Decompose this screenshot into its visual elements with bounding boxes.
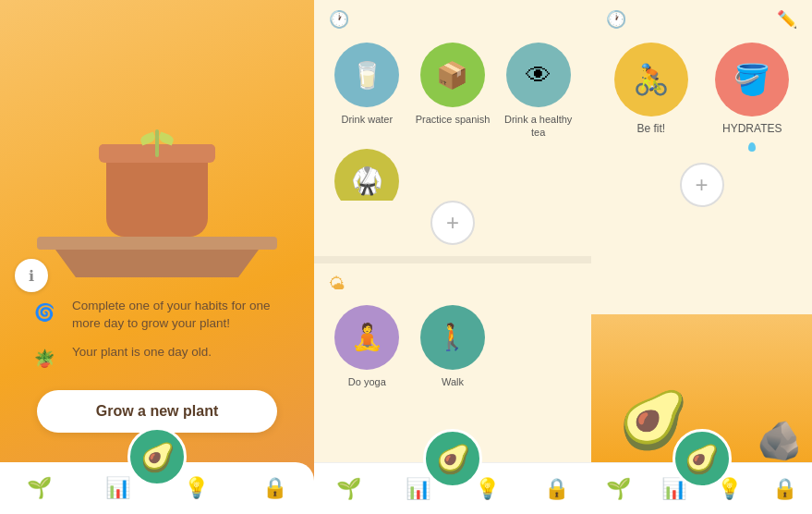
mid-avatar-bubble[interactable]: 🥑 <box>423 429 482 488</box>
walk-label: Walk <box>442 375 464 388</box>
practice-spanish-circle: 📦 <box>420 43 485 107</box>
right-habit-card-hydrates[interactable]: 🪣 HYDRATES <box>708 43 798 152</box>
yoga-circle: 🧘 <box>334 305 399 370</box>
right-habit-card-befit[interactable]: 🚴 Be fit! <box>606 43 697 152</box>
right-avatar-bubble[interactable]: 🥑 <box>673 429 732 488</box>
right-avocado-icon: 🥑 <box>685 443 719 475</box>
yoga-icon: 🧘 <box>351 322 383 352</box>
befit-circle: 🚴 <box>614 43 688 116</box>
mid-nav-idea[interactable]: 💡 <box>475 477 500 501</box>
practice-spanish-icon: 📦 <box>436 60 468 91</box>
right-clock-icon: 🕐 <box>606 9 626 30</box>
grow-plant-button[interactable]: Grow a new plant <box>37 390 277 433</box>
chart-nav-icon: 📊 <box>105 476 130 500</box>
info-text-2: Your plant is one day old. <box>72 342 212 361</box>
right-plant-icon: 🌱 <box>606 477 631 501</box>
habit-card-yoga[interactable]: 🧘 Do yoga <box>329 305 406 456</box>
nav-item-idea[interactable]: 💡 <box>184 476 209 500</box>
nav-item-lock[interactable]: 🔒 <box>262 476 287 500</box>
habit-card-practice-spanish[interactable]: 📦 Practice spanish <box>415 43 491 140</box>
avocado-icon: 🥑 <box>140 441 175 473</box>
right-nav-plant[interactable]: 🌱 <box>606 477 631 501</box>
bottom-nav-mid: 🌱 📊 🥑 💡 🔒 <box>314 462 591 514</box>
right-lock-icon: 🔒 <box>772 477 797 501</box>
pot-container <box>106 153 208 237</box>
info-button[interactable]: ℹ <box>15 259 48 292</box>
mid-nav-lock[interactable]: 🔒 <box>544 477 569 501</box>
mid-avocado-icon: 🥑 <box>436 443 470 475</box>
walk-icon: 🚶 <box>436 322 468 352</box>
nav-item-plant[interactable]: 🌱 <box>27 476 52 500</box>
rocks: 🪨 <box>757 419 803 462</box>
nav-item-chart[interactable]: 📊 <box>105 476 130 500</box>
hydrates-icon: 🪣 <box>733 62 770 97</box>
mid-plant-icon: 🌱 <box>336 477 361 501</box>
bottom-nav-left: 🌱 📊 🥑 💡 🔒 <box>0 462 314 514</box>
plant-scene <box>18 18 296 277</box>
info-row-2: 🪴 Your plant is one day old. <box>28 342 286 375</box>
habit-card-drink-water[interactable]: 🥛 Drink water <box>329 43 406 140</box>
pot <box>106 153 208 237</box>
plant-age-icon: 🪴 <box>28 342 61 375</box>
mid-lock-icon: 🔒 <box>544 477 569 501</box>
info-text-1: Complete one of your habits for one more… <box>72 296 286 333</box>
middle-panel: 🕐 🥛 Drink water 📦 Practice spanish 👁 Dri… <box>314 0 591 514</box>
mid-idea-icon: 💡 <box>475 477 500 501</box>
add-morning-habit-button[interactable]: + <box>430 201 475 245</box>
workout-icon: 🥋 <box>351 165 383 196</box>
sun-icon: 🌤 <box>329 275 345 294</box>
right-scene: 🥑 🪨 <box>591 211 812 462</box>
avatar-bubble[interactable]: 🥑 <box>127 427 187 486</box>
habit-card-drink-tea[interactable]: 👁 Drink a healthy tea <box>500 43 576 140</box>
habit-icon: 🌀 <box>28 296 61 329</box>
drink-water-circle: 🥛 <box>334 43 399 107</box>
edit-icon[interactable]: ✏️ <box>777 9 797 30</box>
mid-chart-icon: 📊 <box>406 477 430 501</box>
clock-icon: 🕐 <box>329 9 349 30</box>
right-habit-grid: 🚴 Be fit! 🪣 HYDRATES <box>591 35 812 159</box>
mid-nav-chart[interactable]: 📊 <box>406 477 430 501</box>
shelf <box>37 237 277 250</box>
morning-header: 🕐 <box>314 0 591 35</box>
walk-circle: 🚶 <box>420 305 485 370</box>
hydrates-circle: 🪣 <box>715 43 789 116</box>
drink-water-icon: 🥛 <box>351 60 383 91</box>
idea-nav-icon: 💡 <box>184 476 209 500</box>
hydrates-label: HYDRATES <box>722 122 782 137</box>
bottom-nav-right: 🌱 📊 🥑 💡 🔒 <box>591 462 812 514</box>
right-panel: 🕐 ✏️ 🚴 Be fit! 🪣 HYDRATES + 🥑 🪨 <box>591 0 812 514</box>
right-header: 🕐 ✏️ <box>591 0 812 35</box>
evening-header: 🌤 <box>314 267 591 298</box>
add-right-habit-button[interactable]: + <box>680 163 724 207</box>
mid-nav-plant[interactable]: 🌱 <box>336 477 361 501</box>
sprout-stem <box>155 129 159 157</box>
sprout <box>155 129 159 157</box>
drink-tea-label: Drink a healthy tea <box>500 113 576 140</box>
drink-water-label: Drink water <box>342 113 394 126</box>
yoga-label: Do yoga <box>348 375 386 388</box>
befit-icon: 🚴 <box>633 62 670 97</box>
morning-habit-grid: 🥛 Drink water 📦 Practice spanish 👁 Drink… <box>314 35 591 201</box>
befit-label: Be fit! <box>636 122 665 137</box>
left-panel: ℹ 🌀 Complete one of your habits for one … <box>0 0 314 514</box>
lock-nav-icon: 🔒 <box>262 476 287 500</box>
workout-circle: 🥋 <box>334 149 399 201</box>
section-divider <box>314 256 591 263</box>
habit-card-workout[interactable]: 🥋 Do a full workout <box>329 149 406 201</box>
water-drop <box>748 142 756 152</box>
plant-nav-icon: 🌱 <box>27 476 52 500</box>
right-nav-lock[interactable]: 🔒 <box>772 477 797 501</box>
practice-spanish-label: Practice spanish <box>416 113 491 126</box>
info-rows: 🌀 Complete one of your habits for one mo… <box>18 296 296 375</box>
drink-tea-circle: 👁 <box>506 43 571 107</box>
info-row-1: 🌀 Complete one of your habits for one mo… <box>28 296 286 333</box>
drink-tea-icon: 👁 <box>526 60 551 91</box>
